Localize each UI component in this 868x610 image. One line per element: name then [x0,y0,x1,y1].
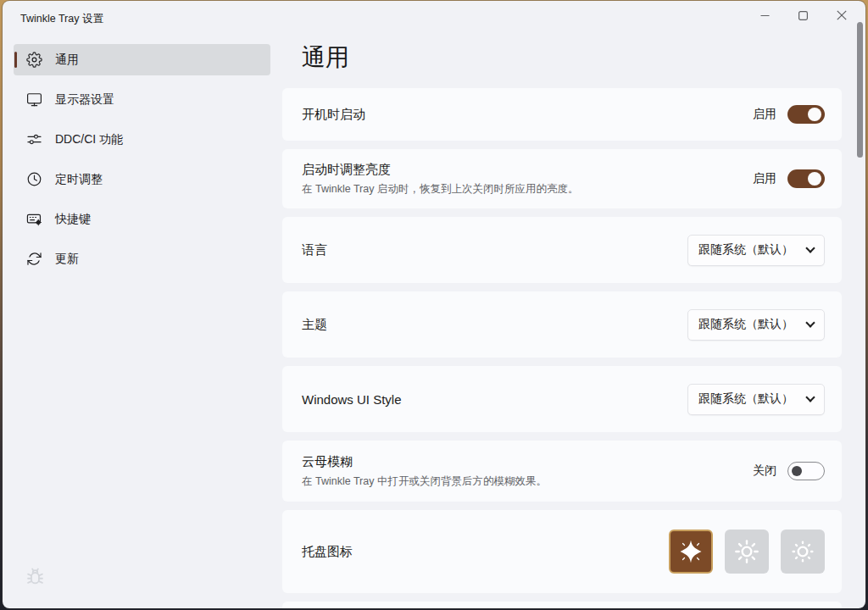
tray-icon-sparkle-button[interactable] [669,530,713,574]
setting-row-ui-style: Windows UI Style 跟随系统（默认） [282,366,842,432]
toggle-status-label: 关闭 [753,463,776,479]
selected-indicator [14,52,17,68]
toggle-status-label: 启用 [753,171,776,186]
row-label: 托盘图标 [302,544,669,560]
sparkle-icon [677,538,704,565]
setting-row-theme: 主题 跟随系统（默认） [282,291,842,358]
sidebar-item-hotkeys[interactable]: 快捷键 [14,203,270,235]
window-title: Twinkle Tray 设置 [20,12,103,26]
sidebar-item-general[interactable]: 通用 [14,44,270,75]
sidebar-item-time-adjust[interactable]: 定时调整 [14,164,270,195]
toggle-knob [792,466,802,476]
sidebar-item-label: DDC/CI 功能 [55,132,123,147]
minimize-button[interactable] [746,3,784,28]
maximize-button[interactable] [784,3,822,28]
setting-row-analytics: 分析 [282,602,842,608]
page-title: 通用 [302,42,842,74]
close-icon [837,10,847,20]
sidebar-item-label: 定时调整 [55,172,103,187]
sidebar-item-label: 显示器设置 [55,92,114,108]
minimize-icon [760,11,770,20]
row-label: 语言 [302,242,687,258]
select-value: 跟随系统（默认） [698,317,793,332]
sidebar-item-label: 通用 [55,53,79,68]
theme-select[interactable]: 跟随系统（默认） [687,309,825,341]
sidebar: 通用 显示器设置 DDC/CI 功能 定时调整 快捷键 [14,44,270,283]
close-button[interactable] [822,3,860,28]
sun-dim-icon [789,538,816,565]
row-label: Windows UI Style [302,392,687,407]
clock-icon [26,171,42,187]
sidebar-item-label: 更新 [55,252,79,267]
setting-row-language: 语言 跟随系统（默认） [282,217,842,283]
sidebar-item-ddcci[interactable]: DDC/CI 功能 [14,124,270,155]
row-subtitle: 在 Twinkle Tray 启动时，恢复到上次关闭时所应用的亮度。 [302,182,753,197]
tray-icon-sun-button[interactable] [725,530,769,574]
tray-icon-sun-dim-button[interactable] [781,530,825,574]
row-label: 主题 [302,317,687,333]
setting-row-restore-brightness: 启动时调整亮度 在 Twinkle Tray 启动时，恢复到上次关闭时所应用的亮… [282,149,842,208]
setting-row-mica-blur: 云母模糊 在 Twinkle Tray 中打开或关闭背景后方的模糊效果。 关闭 [282,441,842,502]
toggle-knob [808,108,821,121]
setting-row-tray-icon: 托盘图标 [282,510,842,593]
row-label: 云母模糊 [302,454,753,470]
language-select[interactable]: 跟随系统（默认） [687,235,825,266]
chevron-down-icon [805,318,815,327]
monitor-icon [26,92,42,108]
keyboard-gear-icon [26,211,42,227]
row-label: 启动时调整亮度 [302,162,753,178]
toggle-status-label: 启用 [753,107,776,122]
sidebar-item-monitor-settings[interactable]: 显示器设置 [14,84,270,115]
select-value: 跟随系统（默认） [698,391,793,407]
restore-brightness-toggle[interactable] [787,169,825,188]
titlebar: Twinkle Tray 设置 [3,1,865,35]
bug-icon[interactable] [24,565,47,588]
gear-icon [26,52,42,68]
tray-icon-options [669,530,825,574]
maximize-icon [798,11,808,20]
mica-blur-toggle[interactable] [787,462,825,480]
select-value: 跟随系统（默认） [698,242,793,258]
chevron-down-icon [805,392,815,402]
row-label: 开机时启动 [302,107,753,123]
setting-row-startup: 开机时启动 启用 [282,88,842,141]
sidebar-item-label: 快捷键 [55,212,91,227]
settings-window: Twinkle Tray 设置 [3,1,865,608]
chevron-down-icon [805,243,815,252]
main-content: 通用 开机时启动 启用 启动时调整亮度 在 Twinkle Tray 启动时，恢… [282,38,842,608]
startup-toggle[interactable] [787,105,825,124]
vertical-scrollbar-thumb[interactable] [857,22,863,158]
sliders-icon [26,131,42,147]
ui-style-select[interactable]: 跟随系统（默认） [687,384,825,415]
sun-icon [733,538,760,565]
refresh-icon [26,251,42,267]
toggle-knob [808,172,821,186]
sidebar-item-update[interactable]: 更新 [14,243,270,274]
window-controls [746,3,860,28]
row-subtitle: 在 Twinkle Tray 中打开或关闭背景后方的模糊效果。 [302,474,753,489]
